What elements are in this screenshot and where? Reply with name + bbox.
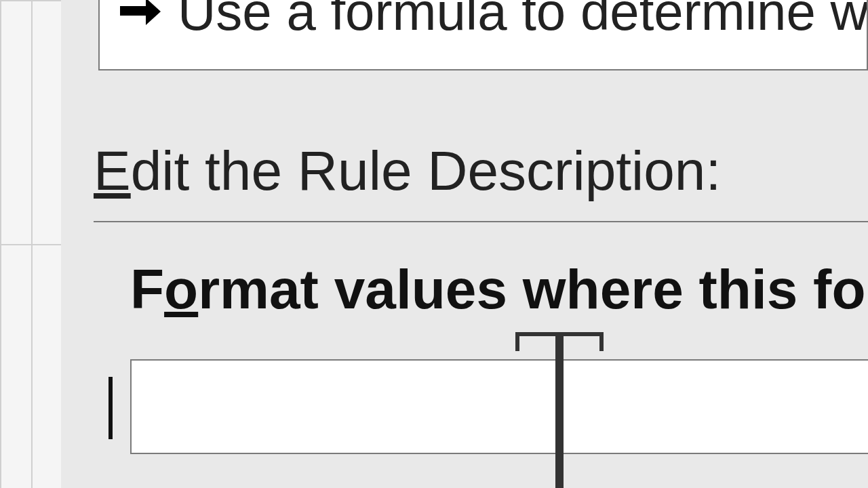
rule-description-panel: Format values where this form	[94, 221, 868, 222]
accelerator-underline: o	[164, 258, 198, 320]
label-rest: dit the Rule Description:	[131, 140, 722, 201]
rule-type-list[interactable]: Use a formula to determine w	[98, 0, 868, 70]
spreadsheet-grid-background	[0, 0, 61, 488]
formula-input[interactable]	[130, 359, 868, 454]
heading-prefix: F	[130, 258, 164, 320]
rule-type-option-formula[interactable]: Use a formula to determine w	[100, 0, 867, 69]
accelerator-underline: E	[94, 140, 131, 201]
text-caret	[108, 377, 113, 439]
heading-rest: rmat values where this form	[198, 258, 868, 320]
edit-rule-description-label: Edit the Rule Description:	[94, 139, 721, 203]
rule-type-option-label: Use a formula to determine w	[178, 0, 867, 43]
format-values-heading: Format values where this form	[130, 258, 868, 321]
arrow-right-icon	[120, 0, 161, 25]
